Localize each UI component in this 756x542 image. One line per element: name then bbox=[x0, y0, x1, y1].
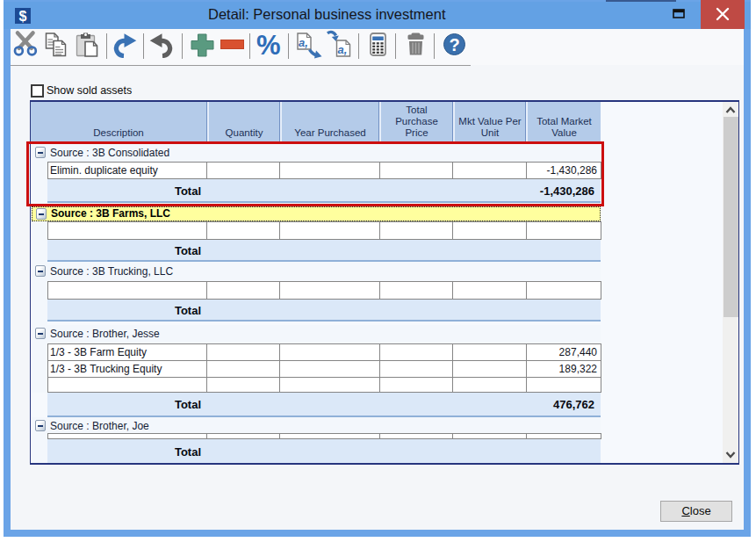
svg-text:a,: a, bbox=[338, 43, 348, 56]
svg-text:a,: a, bbox=[299, 36, 308, 49]
